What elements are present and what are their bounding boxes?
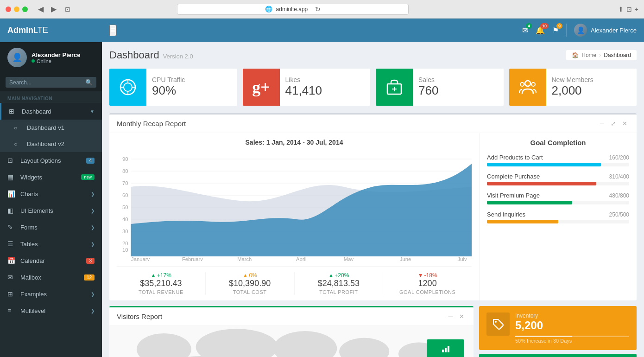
sidebar-brand[interactable]: AdminLTE: [0, 19, 102, 42]
sidebar-user: 👤 Alexander Pierce Online: [0, 42, 102, 73]
refresh-button[interactable]: ↻: [315, 6, 321, 13]
sidebar-item-dashboard-v1[interactable]: ○ Dashboard v1: [0, 120, 102, 136]
browser-actions: ⬆ ⊡ +: [618, 6, 638, 13]
back-button[interactable]: ◀: [35, 4, 46, 14]
inventory-inner: Inventory 5,200 50% Increase in 30 Days: [486, 312, 629, 344]
calendar-icon: 📅: [7, 257, 17, 264]
goal-value: 250/500: [609, 211, 629, 218]
dashboard-icon: ⊞: [9, 108, 18, 115]
topbar: ≡ ✉ 4 🔔 10 ⚑ 9 👤 Alexander Pierce: [102, 19, 644, 42]
close-button[interactable]: ✕: [457, 312, 466, 321]
mail-notifications[interactable]: ✉ 4: [522, 26, 528, 35]
visitors-header: Visitors Report ─ ✕: [109, 307, 474, 326]
svg-text:May: May: [344, 256, 354, 261]
svg-text:June: June: [400, 256, 411, 261]
minimize-button[interactable]: ─: [447, 312, 455, 321]
members-icon-wrap: [509, 69, 546, 106]
svg-text:January: January: [131, 256, 150, 261]
mail-icon: ✉: [7, 274, 17, 281]
cpu-label: CPU Traffic: [152, 76, 185, 83]
world-map: 8390 Visitors: [109, 326, 474, 357]
topbar-user[interactable]: 👤 Alexander Pierce: [574, 24, 637, 37]
goal-item-premium: Visit Premium Page 480/800: [487, 192, 629, 204]
new-tab-button[interactable]: +: [635, 6, 638, 13]
sidebar-item-label: Dashboard v1: [27, 124, 95, 131]
nav-section-label: MAIN NAVIGATION: [0, 91, 102, 103]
sidebar-item-charts[interactable]: 📊 Charts ❯: [0, 185, 102, 202]
svg-text:40: 40: [122, 217, 128, 222]
sidebar-toggle[interactable]: ≡: [109, 25, 116, 36]
main-content: ≡ ✉ 4 🔔 10 ⚑ 9 👤 Alexander Pierce: [102, 19, 644, 357]
progress-bar: [487, 163, 601, 166]
breadcrumb: 🏠 Home › Dashboard: [566, 50, 637, 60]
sales-icon-wrap: [376, 69, 413, 106]
map-svg: [109, 326, 474, 357]
progress-wrap: [487, 201, 629, 204]
mentions-box: Mentions: [479, 354, 637, 357]
chevron-right-icon: ❯: [91, 242, 95, 247]
forward-button[interactable]: ▶: [48, 4, 59, 14]
tag-icon-wrap: [486, 312, 510, 336]
layout-button[interactable]: ⊡: [65, 6, 70, 13]
topbar-avatar: 👤: [574, 24, 587, 37]
goal-label: Add Products to Cart: [487, 154, 543, 161]
monthly-recap-body: Sales: 1 Jan, 2014 - 30 Jul, 2014: [109, 133, 637, 300]
expand-button[interactable]: ⤢: [609, 119, 618, 128]
goal-item-header: Add Products to Cart 160/200: [487, 154, 629, 161]
search-input[interactable]: [9, 79, 85, 86]
bell-notifications[interactable]: 🔔 10: [536, 26, 545, 35]
maximize-dot[interactable]: [22, 6, 28, 12]
visitors-box: Visitors Report ─ ✕: [109, 306, 474, 357]
progress-wrap: [487, 220, 629, 223]
inventory-label: Inventory: [515, 312, 629, 319]
sidebar-item-label: Forms: [20, 224, 91, 231]
lower-row: Visitors Report ─ ✕: [109, 306, 637, 357]
sidebar-item-layout[interactable]: ⊡ Layout Options 4: [0, 152, 102, 169]
progress-wrap: [487, 163, 629, 166]
sidebar-item-tables[interactable]: ☰ Tables ❯: [0, 236, 102, 252]
sales-value: 760: [418, 83, 438, 98]
likes-label: Likes: [285, 76, 322, 83]
goal-label: Visit Premium Page: [487, 192, 540, 199]
minimize-button[interactable]: ─: [598, 119, 606, 128]
down-arrow-icon: ▼: [418, 272, 423, 279]
chart-section: Sales: 1 Jan, 2014 - 30 Jul, 2014: [109, 133, 637, 300]
fullscreen-button[interactable]: ⊡: [626, 6, 632, 13]
browser-chrome: ◀ ▶ ⊡ 🌐 adminlte.app ↻ ⬆ ⊡ +: [0, 0, 644, 19]
sidebar-item-dashboard-v2[interactable]: ○ Dashboard v2: [0, 136, 102, 152]
svg-text:60: 60: [122, 192, 128, 198]
layout-icon: ⊡: [7, 157, 17, 164]
close-button[interactable]: ✕: [620, 119, 629, 128]
svg-text:30: 30: [122, 229, 128, 234]
url-bar[interactable]: 🌐 adminlte.app ↻: [177, 4, 409, 15]
sidebar-item-mailbox[interactable]: ✉ Mailbox 12: [0, 269, 102, 286]
sidebar-item-ui-elements[interactable]: ◧ UI Elements ❯: [0, 202, 102, 219]
url-text: adminlte.app: [276, 6, 308, 13]
flag-notifications[interactable]: ⚑ 9: [552, 26, 559, 35]
close-dot[interactable]: [6, 6, 11, 12]
share-button[interactable]: ⬆: [618, 6, 624, 13]
breadcrumb-home[interactable]: Home: [581, 52, 596, 58]
sidebar-item-widgets[interactable]: ▦ Widgets new: [0, 169, 102, 185]
window-controls: [6, 6, 28, 12]
svg-point-48: [495, 321, 497, 323]
chart-main: Sales: 1 Jan, 2014 - 30 Jul, 2014: [109, 133, 479, 300]
search-icon[interactable]: 🔍: [85, 79, 93, 86]
visitors-title: Visitors Report: [117, 312, 162, 320]
profit-label: TOTAL PROFIT: [295, 289, 383, 295]
sidebar-item-calendar[interactable]: 📅 Calendar 3: [0, 252, 102, 269]
minimize-dot[interactable]: [14, 6, 19, 12]
sidebar-item-forms[interactable]: ✎ Forms ❯: [0, 219, 102, 236]
stat-completions: ▼ -18% 1200 GOAL COMPLETIONS: [383, 272, 472, 295]
progress-bar: [487, 201, 572, 204]
goal-title: Goal Completion: [487, 139, 629, 147]
sidebar-item-examples[interactable]: ⊞ Examples ❯: [0, 286, 102, 302]
goal-value: 160/200: [609, 154, 629, 161]
sidebar-item-multilevel[interactable]: ≡ Multilevel ❯: [0, 302, 102, 319]
info-box-cpu: CPU Traffic 90%: [109, 69, 237, 106]
sidebar-item-dashboard[interactable]: ⊞ Dashboard ▼: [0, 103, 102, 120]
app-container: AdminLTE 👤 Alexander Pierce Online 🔍 MAI…: [0, 19, 644, 357]
username: Alexander Pierce: [32, 51, 81, 58]
sidebar-item-label: Dashboard v2: [27, 140, 95, 147]
flag-badge: 9: [556, 23, 562, 29]
